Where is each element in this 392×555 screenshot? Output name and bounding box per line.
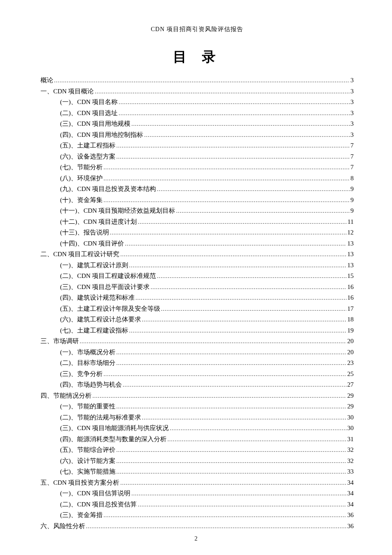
toc-entry: 六、风险性分析36 bbox=[40, 521, 354, 532]
toc-entry: (二)、CDN 项目选址3 bbox=[40, 108, 354, 119]
toc-entry-page: 30 bbox=[347, 412, 354, 423]
toc-entry: (六)、设备选型方案7 bbox=[40, 151, 354, 162]
toc-leader-dots bbox=[116, 445, 346, 456]
toc-entry-label: 概论 bbox=[40, 75, 53, 86]
toc-entry-page: 9 bbox=[351, 184, 354, 195]
toc-leader-dots bbox=[118, 108, 349, 119]
toc-entry-label: (一)、建筑工程设计原则 bbox=[60, 260, 128, 271]
toc-entry-page: 34 bbox=[347, 499, 354, 510]
toc-entry-page: 18 bbox=[347, 314, 354, 325]
toc-entry: (三)、CDN 项目用地规模3 bbox=[40, 119, 354, 130]
toc-leader-dots bbox=[125, 238, 346, 249]
toc-entry-label: (十三)、报告说明 bbox=[60, 227, 109, 238]
toc-entry: (九)、CDN 项目总投资及资本结构9 bbox=[40, 184, 354, 195]
toc-entry: (六)、建筑工程设计总体要求18 bbox=[40, 314, 354, 325]
toc-entry-label: (五)、土建工程设计年限及安全等级 bbox=[60, 304, 160, 315]
toc-entry-page: 29 bbox=[347, 401, 354, 412]
toc-entry-label: 四、节能情况分析 bbox=[40, 390, 92, 402]
toc-entry: 四、节能情况分析29 bbox=[40, 390, 354, 402]
toc-entry-page: 13 bbox=[347, 238, 354, 249]
toc-entry-page: 9 bbox=[351, 205, 354, 217]
toc-entry-page: 30 bbox=[347, 423, 354, 434]
toc-leader-dots bbox=[116, 151, 350, 162]
toc-leader-dots bbox=[116, 456, 346, 467]
toc-entry-page: 20 bbox=[347, 336, 354, 347]
toc-entry-label: (七)、土建工程建设指标 bbox=[60, 325, 128, 336]
toc-entry: 二、CDN 项目工程设计研究13 bbox=[40, 249, 354, 260]
toc-leader-dots bbox=[86, 521, 346, 532]
toc-entry: (五)、节能综合评价32 bbox=[40, 445, 354, 456]
page-number: 2 bbox=[0, 535, 392, 542]
toc-leader-dots bbox=[135, 292, 346, 304]
toc-entry-page: 7 bbox=[351, 162, 354, 173]
toc-entry: (五)、土建工程设计年限及安全等级17 bbox=[40, 304, 354, 315]
toc-leader-dots bbox=[104, 173, 350, 184]
toc-entry: (二)、节能的法规与标准要求30 bbox=[40, 412, 354, 423]
toc-entry-label: 一、CDN 项目概论 bbox=[40, 86, 94, 97]
toc-entry-label: (七)、节能分析 bbox=[60, 162, 103, 173]
toc-leader-dots bbox=[116, 401, 346, 412]
toc-leader-dots bbox=[95, 86, 349, 97]
toc-entry-label: (一)、CDN 项目名称 bbox=[60, 97, 118, 108]
toc-entry-label: (五)、土建工程指标 bbox=[60, 140, 115, 151]
toc-leader-dots bbox=[144, 130, 349, 141]
toc-entry-page: 7 bbox=[351, 140, 354, 151]
toc-entry-page: 32 bbox=[347, 445, 354, 456]
toc-entry-label: (九)、CDN 项目总投资及资本结构 bbox=[60, 184, 156, 195]
toc-entry-label: (一)、节能的重要性 bbox=[60, 401, 115, 412]
toc-entry: (三)、竞争分析25 bbox=[40, 369, 354, 380]
toc-entry-label: (八)、环境保护 bbox=[60, 173, 103, 184]
toc-entry-label: (三)、CDN 项目用地规模 bbox=[60, 119, 130, 130]
toc-entry: (四)、CDN 项目用地控制指标3 bbox=[40, 130, 354, 141]
toc-entry: 五、CDN 项目投资方案分析34 bbox=[40, 477, 354, 489]
toc-leader-dots bbox=[92, 390, 346, 402]
toc-entry-page: 34 bbox=[347, 488, 354, 499]
toc-entry-label: (二)、CDN 项目工程建设标准规范 bbox=[60, 271, 156, 282]
toc-leader-dots bbox=[170, 423, 346, 434]
toc-entry-page: 11 bbox=[348, 217, 354, 228]
toc-entry: 一、CDN 项目概论3 bbox=[40, 86, 354, 97]
toc-leader-dots bbox=[157, 184, 349, 195]
toc-entry-label: (三)、CDN 项目总平面设计要求 bbox=[60, 282, 150, 293]
toc-entry-page: 25 bbox=[347, 369, 354, 380]
toc-entry-label: (三)、竞争分析 bbox=[60, 369, 103, 380]
toc-entry: (十)、资金筹集9 bbox=[40, 195, 354, 206]
toc-entry-page: 15 bbox=[347, 271, 354, 282]
toc-entry-label: (十四)、CDN 项目评价 bbox=[60, 238, 124, 249]
toc-entry: (十二)、CDN 项目进度计划11 bbox=[40, 217, 354, 228]
toc-entry-label: (一)、市场概况分析 bbox=[60, 347, 115, 358]
toc-leader-dots bbox=[104, 162, 350, 173]
toc-entry-label: (六)、设计节能方案 bbox=[60, 456, 115, 467]
toc-entry-page: 33 bbox=[347, 466, 354, 477]
toc-title: 目 录 bbox=[40, 48, 354, 66]
toc-entry-page: 3 bbox=[351, 119, 354, 130]
toc-leader-dots bbox=[116, 466, 346, 477]
toc-entry-page: 13 bbox=[347, 260, 354, 271]
toc-entry-page: 20 bbox=[347, 347, 354, 358]
toc-leader-dots bbox=[142, 412, 346, 423]
toc-entry: (八)、环境保护8 bbox=[40, 173, 354, 184]
toc-entry-label: (二)、节能的法规与标准要求 bbox=[60, 412, 141, 423]
toc-entry-page: 8 bbox=[351, 173, 354, 184]
toc-leader-dots bbox=[104, 369, 346, 380]
toc-leader-dots bbox=[120, 477, 346, 489]
toc-entry-page: 3 bbox=[351, 86, 354, 97]
document-page: CDN 项目招商引资风险评估报告 目 录 概论3一、CDN 项目概论3(一)、C… bbox=[0, 0, 392, 549]
toc-entry-page: 19 bbox=[347, 325, 354, 336]
toc-entry-label: 三、市场调研 bbox=[40, 336, 79, 347]
toc-entry-page: 27 bbox=[347, 379, 354, 390]
toc-entry: (二)、目标市场细分23 bbox=[40, 358, 354, 369]
toc-entry: (七)、节能分析7 bbox=[40, 162, 354, 173]
toc-entry-label: 二、CDN 项目工程设计研究 bbox=[40, 249, 119, 260]
toc-entry-page: 23 bbox=[347, 358, 354, 369]
toc-entry-page: 29 bbox=[347, 390, 354, 402]
toc-entry: (六)、设计节能方案32 bbox=[40, 456, 354, 467]
toc-entry-page: 17 bbox=[347, 304, 354, 315]
toc-leader-dots bbox=[80, 336, 346, 347]
toc-entry-page: 3 bbox=[351, 130, 354, 141]
toc-leader-dots bbox=[54, 75, 350, 86]
toc-entry: (四)、市场趋势与机会27 bbox=[40, 379, 354, 390]
toc-entry: (一)、CDN 项目名称3 bbox=[40, 97, 354, 108]
toc-entry: (一)、CDN 项目估算说明34 bbox=[40, 488, 354, 499]
toc-leader-dots bbox=[167, 434, 346, 445]
